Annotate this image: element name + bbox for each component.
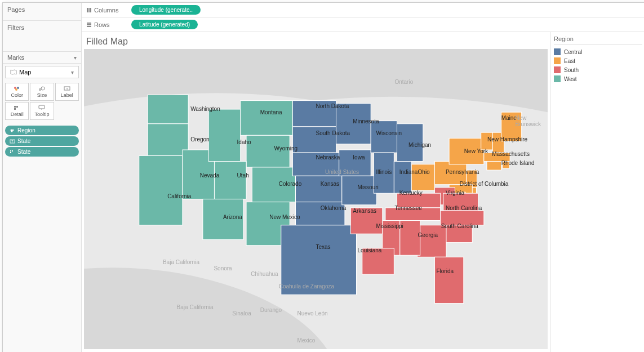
pill-region[interactable]: Region [5, 126, 79, 135]
state-texas[interactable] [281, 225, 357, 295]
dropdown-caret-icon: ▾ [71, 69, 74, 75]
state-michigan[interactable] [397, 124, 423, 162]
legend-item-south[interactable]: South [554, 65, 642, 74]
state-maine[interactable] [501, 112, 522, 141]
state-indiana[interactable] [394, 162, 411, 194]
pill-state-detail[interactable]: State [5, 147, 79, 157]
main-content: Filled Map WashingtonOregonCaliforniaNev… [82, 32, 644, 352]
marks-type-dropdown[interactable]: Map ▾ [5, 66, 79, 78]
app-root: Pages Filters Marks ▾ Map ▾ Color Size T [2, 2, 644, 352]
state-massachusetts[interactable] [484, 153, 510, 161]
pill-state-label[interactable]: T State [5, 136, 79, 146]
state-connecticut[interactable] [487, 162, 501, 170]
marks-label: Marks [7, 54, 24, 61]
state-alabama[interactable] [400, 221, 420, 256]
rows-shelf[interactable]: Rows Latitude (generated) [82, 17, 644, 32]
state-north-dakota[interactable] [292, 101, 336, 127]
state-vermont[interactable] [481, 132, 493, 150]
columns-icon [86, 7, 92, 13]
state-arkansas[interactable] [350, 208, 383, 234]
tooltip-button[interactable]: Tooltip [30, 102, 54, 120]
state-iowa[interactable] [339, 150, 371, 176]
legend-title: Region [554, 35, 642, 45]
state-georgia[interactable] [418, 225, 446, 257]
state-new-york[interactable] [449, 138, 484, 164]
marks-header: Marks ▾ [3, 52, 81, 64]
state-california[interactable] [139, 155, 183, 225]
legend-items: CentralEastSouthWest [554, 47, 642, 83]
legend-item-central[interactable]: Central [554, 47, 642, 56]
marks-pill-list: Region T State State [3, 122, 81, 160]
svg-rect-9 [14, 108, 16, 110]
svg-rect-10 [39, 105, 45, 109]
detail-button[interactable]: Detail [5, 102, 29, 120]
legend-item-west[interactable]: West [554, 74, 642, 83]
state-nebraska[interactable] [292, 153, 339, 176]
legend-label: West [564, 76, 577, 82]
state-kentucky[interactable] [397, 193, 441, 208]
svg-rect-18 [10, 152, 11, 153]
svg-rect-16 [10, 150, 11, 152]
legend-label: Central [564, 49, 582, 55]
state-oregon[interactable] [148, 124, 188, 156]
svg-rect-7 [14, 106, 16, 108]
svg-rect-20 [88, 8, 90, 12]
legend-panel: Region CentralEastSouthWest [550, 32, 644, 352]
state-idaho[interactable] [208, 109, 241, 162]
map-icon [10, 69, 17, 75]
svg-rect-19 [87, 8, 88, 12]
map-canvas[interactable]: WashingtonOregonCaliforniaNevadaIdahoMon… [84, 49, 548, 349]
color-button[interactable]: Color [5, 83, 29, 101]
state-north-carolina[interactable] [441, 211, 484, 225]
svg-text:T: T [66, 87, 68, 91]
label-button[interactable]: T Label [55, 83, 79, 101]
columns-label: Columns [86, 7, 131, 14]
state-rhode-island[interactable] [503, 162, 509, 168]
state-south-carolina[interactable] [443, 225, 472, 243]
legend-item-east[interactable]: East [554, 56, 642, 65]
state-arizona[interactable] [203, 199, 243, 239]
columns-pill-longitude[interactable]: Longitude (generate.. [131, 5, 201, 15]
state-virginia[interactable] [443, 193, 478, 211]
legend-swatch [554, 66, 561, 73]
state-oklahoma[interactable] [295, 202, 344, 225]
pages-shelf[interactable]: Pages [3, 3, 81, 21]
state-south-dakota[interactable] [292, 127, 336, 153]
state-missouri[interactable] [342, 176, 377, 204]
state-washington[interactable] [148, 95, 188, 123]
svg-rect-22 [87, 23, 91, 24]
right-area: Columns Longitude (generate.. Rows Latit… [82, 3, 644, 352]
legend-swatch [554, 57, 561, 64]
size-icon [38, 86, 46, 91]
state-pennsylvania[interactable] [434, 162, 467, 185]
state-wisconsin[interactable] [371, 121, 397, 153]
columns-shelf[interactable]: Columns Longitude (generate.. [82, 3, 644, 17]
state-wyoming[interactable] [246, 135, 290, 167]
detail-icon [13, 105, 21, 110]
state-colorado[interactable] [252, 167, 295, 202]
state-montana[interactable] [241, 101, 293, 136]
svg-rect-21 [90, 8, 91, 12]
state-florida[interactable] [434, 257, 463, 303]
state-tennessee[interactable] [385, 208, 441, 221]
legend-swatch [554, 48, 561, 55]
color-icon [13, 86, 21, 91]
filters-shelf[interactable]: Filters [3, 21, 81, 52]
state-illinois[interactable] [374, 153, 394, 193]
svg-point-3 [39, 89, 41, 91]
label-icon: T [63, 86, 71, 91]
rows-icon [86, 22, 92, 28]
svg-point-4 [41, 87, 45, 90]
state-louisiana[interactable] [362, 248, 394, 274]
state-utah[interactable] [214, 162, 246, 199]
viz-area: Filled Map WashingtonOregonCaliforniaNev… [82, 32, 550, 352]
marks-type-label: Map [19, 69, 31, 75]
marks-collapse-icon[interactable]: ▾ [74, 55, 77, 61]
rows-pill-latitude[interactable]: Latitude (generated) [131, 20, 198, 29]
state-kansas[interactable] [295, 176, 341, 202]
color-icon [10, 128, 15, 133]
state-minnesota[interactable] [336, 104, 371, 144]
rows-label: Rows [86, 21, 131, 28]
size-button[interactable]: Size [30, 83, 54, 101]
state-ohio[interactable] [411, 164, 434, 190]
